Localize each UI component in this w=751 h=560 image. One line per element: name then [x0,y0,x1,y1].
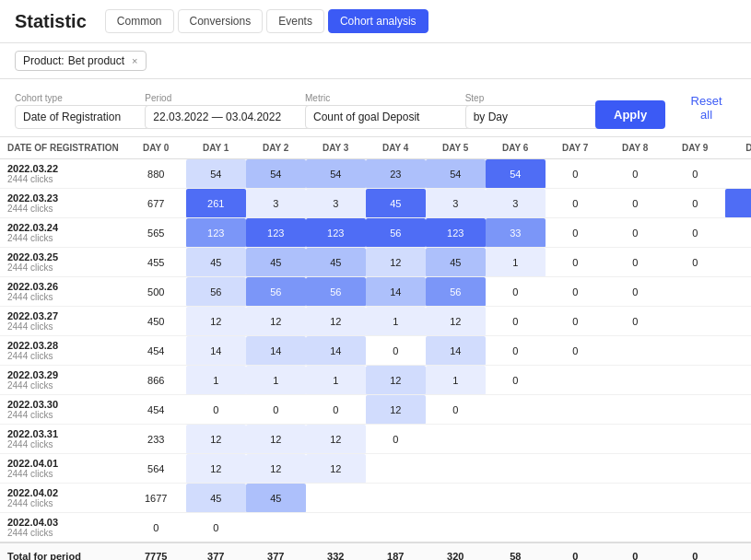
cohort-cell: 12 [246,307,306,336]
nav-tab-cohort-analysis[interactable]: Cohort analysis [328,9,428,33]
cohort-cell: 12 [306,454,366,484]
cohort-cell [546,395,605,425]
total-day-cell: 377 [246,542,306,560]
cohort-cell: 45 [186,248,246,277]
nav-tab-conversions[interactable]: Conversions [178,9,264,33]
day0-cell: 454 [126,336,186,366]
date-cell: 2022.03.222444 clicks [0,159,126,189]
cohort-cell: 54 [306,159,366,189]
col-day-8: DAY 8 [605,137,665,159]
day0-cell: 564 [126,454,186,484]
day0-cell: 233 [126,425,186,454]
cohort-cell: 33 [486,218,546,248]
day0-cell: 455 [126,248,186,277]
cohort-cell: 0 [605,189,665,218]
col-day-0: DAY 0 [126,137,186,159]
cohort-cell [546,425,605,454]
nav-tab-events[interactable]: Events [266,9,324,33]
cohort-cell: 14 [246,336,306,366]
total-day-cell: 0 [665,542,725,560]
product-tag[interactable]: Product: Bet product × [15,51,147,71]
step-label: Step [465,93,584,103]
total-day-cell: 0 [546,542,605,560]
total-day0: 7775 [126,542,186,560]
cohort-type-select[interactable]: Date of Registration [15,105,162,129]
cohort-cell [665,513,725,543]
cohort-cell: 12 [366,248,426,277]
cohort-cell [665,484,725,513]
day0-cell: 565 [126,218,186,248]
cohort-type-label: Cohort type [15,93,134,103]
col-day-5: DAY 5 [426,137,486,159]
apply-button[interactable]: Apply [595,100,665,129]
total-day-cell: 320 [426,542,486,560]
date-cell: 2022.03.302444 clicks [0,395,126,425]
cohort-cell: 12 [246,454,306,484]
cohort-cell: 0 [546,159,605,189]
day0-cell: 450 [126,307,186,336]
col-day-2: DAY 2 [246,137,306,159]
cohort-cell: 123 [426,218,486,248]
cohort-cell: 1 [366,307,426,336]
product-label: Product: [23,54,65,67]
cohort-cell [605,336,665,366]
period-label: Period [145,93,294,103]
cohort-cell [366,513,426,543]
day0-cell: 454 [126,395,186,425]
cohort-cell [725,425,751,454]
table-row: 2022.04.022444 clicks16774545 [0,484,751,513]
product-value: Bet product [68,54,124,67]
cohort-cell [546,484,605,513]
cohort-cell: 123 [186,218,246,248]
cohort-cell: 0 [605,248,665,277]
cohort-cell [306,513,366,543]
cohort-cell: 45 [366,189,426,218]
col-day-3: DAY 3 [306,137,366,159]
cohort-cell [486,484,546,513]
table-row: 2022.03.282444 clicks45414141401400 [0,336,751,366]
cohort-cell: 12 [306,425,366,454]
metric-label: Metric [305,93,454,103]
step-select[interactable]: by Day ▾ [465,105,613,129]
cohort-cell: 0 [665,159,725,189]
col-day-1: DAY 1 [186,137,246,159]
cohort-cell [725,307,751,336]
cohort-cell: 0 [546,248,605,277]
cohort-cell [725,336,751,366]
cohort-cell: 56 [426,277,486,307]
cohort-cell: 14 [306,336,366,366]
cohort-cell [665,336,725,366]
cohort-cell: 0 [665,248,725,277]
col-day-9: DAY 9 [665,137,725,159]
cohort-cell [486,513,546,543]
nav-tab-common[interactable]: Common [105,9,174,33]
cohort-cell: 12 [426,307,486,336]
table-row: 2022.03.242444 clicks5651231231235612333… [0,218,751,248]
cohort-cell: 54 [246,159,306,189]
cohort-cell [665,454,725,484]
page-title: Statistic [15,11,87,32]
cohort-cell: 45 [186,484,246,513]
cohort-cell [486,425,546,454]
table-row: 2022.03.252444 clicks45545454512451000 [0,248,751,277]
step-group: Step by Day ▾ [465,93,584,129]
close-icon[interactable]: × [132,55,137,66]
cohort-cell [546,366,605,395]
cohort-cell: 14 [186,336,246,366]
date-cell: 2022.04.022444 clicks [0,484,126,513]
controls-bar: Cohort type Date of Registration Period … [0,79,751,137]
col-day-6: DAY 6 [486,137,546,159]
cohort-cell: 45 [246,484,306,513]
cohort-cell: 0 [605,277,665,307]
cohort-cell: 56 [366,218,426,248]
cohort-cell [605,366,665,395]
period-select[interactable]: 22.03.2022 — 03.04.2022 [145,105,329,129]
cohort-cell [605,513,665,543]
reset-button[interactable]: Reset all [676,87,736,129]
total-day-cell: 332 [306,542,366,560]
metric-select[interactable]: Count of goal Deposit ▾ [305,105,489,129]
nav-tabs: CommonConversionsEventsCohort analysis [105,9,428,33]
day0-cell: 0 [126,513,186,543]
cohort-cell: 56 [186,277,246,307]
cohort-cell: 0 [186,513,246,543]
